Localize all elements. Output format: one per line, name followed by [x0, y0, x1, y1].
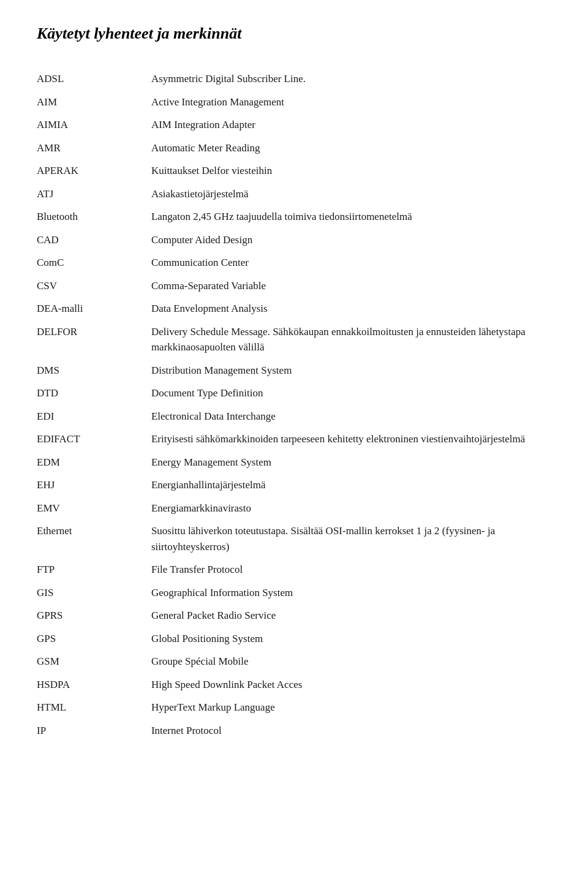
- table-row: CSVComma-Separated Variable: [37, 274, 551, 298]
- abbreviation-definition: Electronical Data Interchange: [151, 405, 551, 428]
- abbreviation-term: GPS: [37, 627, 151, 651]
- abbreviation-term: EHJ: [37, 474, 151, 497]
- abbreviation-term: ADSL: [37, 67, 151, 91]
- abbreviation-term: GPRS: [37, 604, 151, 627]
- abbreviation-term: IP: [37, 719, 151, 742]
- abbreviation-definition: High Speed Downlink Packet Acces: [151, 673, 551, 697]
- abbreviation-definition: Langaton 2,45 GHz taajuudella toimiva ti…: [151, 205, 551, 228]
- abbreviation-definition: File Transfer Protocol: [151, 558, 551, 581]
- abbreviation-definition: Groupe Spécial Mobile: [151, 650, 551, 673]
- abbreviation-definition: Geographical Information System: [151, 581, 551, 605]
- abbreviation-definition: Asymmetric Digital Subscriber Line.: [151, 67, 551, 91]
- abbreviation-definition: Energiamarkkinavirasto: [151, 497, 551, 520]
- table-row: AIMActive Integration Management: [37, 91, 551, 114]
- table-row: EMVEnergiamarkkinavirasto: [37, 497, 551, 520]
- table-row: DTDDocument Type Definition: [37, 382, 551, 405]
- table-row: DELFORDelivery Schedule Message. Sähköka…: [37, 320, 551, 359]
- table-row: EDMEnergy Management System: [37, 451, 551, 474]
- table-row: EthernetSuosittu lähiverkon toteutustapa…: [37, 519, 551, 558]
- abbreviation-term: AMR: [37, 137, 151, 160]
- abbreviation-term: Ethernet: [37, 519, 151, 558]
- abbreviation-term: GIS: [37, 581, 151, 605]
- table-row: ATJAsiakastietojärjestelmä: [37, 183, 551, 206]
- table-row: APERAKKuittaukset Delfor viesteihin: [37, 159, 551, 183]
- abbreviation-term: FTP: [37, 558, 151, 581]
- abbreviation-definition: General Packet Radio Service: [151, 604, 551, 627]
- abbreviation-term: HSDPA: [37, 673, 151, 697]
- table-row: ComCCommunication Center: [37, 251, 551, 274]
- table-row: CADComputer Aided Design: [37, 228, 551, 252]
- abbreviation-term: EMV: [37, 497, 151, 520]
- table-row: IPInternet Protocol: [37, 719, 551, 742]
- abbreviation-term: GSM: [37, 650, 151, 673]
- abbreviation-definition: Suosittu lähiverkon toteutustapa. Sisält…: [151, 519, 551, 558]
- abbreviation-definition: Computer Aided Design: [151, 228, 551, 252]
- table-row: AIMIAAIM Integration Adapter: [37, 113, 551, 137]
- table-row: EDIFACTErityisesti sähkömarkkinoiden tar…: [37, 428, 551, 451]
- abbreviation-term: ATJ: [37, 183, 151, 206]
- abbreviation-term: AIM: [37, 91, 151, 114]
- table-row: BluetoothLangaton 2,45 GHz taajuudella t…: [37, 205, 551, 228]
- abbreviation-definition: Energianhallintajärjestelmä: [151, 474, 551, 497]
- abbreviation-term: EDM: [37, 451, 151, 474]
- abbreviation-definition: Data Envelopment Analysis: [151, 297, 551, 320]
- abbreviation-definition: AIM Integration Adapter: [151, 113, 551, 137]
- table-row: FTPFile Transfer Protocol: [37, 558, 551, 581]
- abbreviation-definition: Delivery Schedule Message. Sähkökaupan e…: [151, 320, 551, 359]
- abbreviation-definition: Automatic Meter Reading: [151, 137, 551, 160]
- table-row: EHJEnergianhallintajärjestelmä: [37, 474, 551, 497]
- abbreviation-definition: Internet Protocol: [151, 719, 551, 742]
- abbreviation-term: EDI: [37, 405, 151, 428]
- abbreviation-definition: Communication Center: [151, 251, 551, 274]
- abbreviation-definition: Energy Management System: [151, 451, 551, 474]
- abbreviation-term: CSV: [37, 274, 151, 298]
- abbreviation-definition: HyperText Markup Language: [151, 696, 551, 719]
- table-row: ADSLAsymmetric Digital Subscriber Line.: [37, 67, 551, 91]
- table-row: GPSGlobal Positioning System: [37, 627, 551, 651]
- abbreviation-definition: Distribution Management System: [151, 359, 551, 382]
- abbreviation-definition: Global Positioning System: [151, 627, 551, 651]
- abbreviation-table: ADSLAsymmetric Digital Subscriber Line.A…: [37, 67, 551, 742]
- abbreviation-term: DTD: [37, 382, 151, 405]
- table-row: DEA-malliData Envelopment Analysis: [37, 297, 551, 320]
- table-row: DMSDistribution Management System: [37, 359, 551, 382]
- table-row: GPRSGeneral Packet Radio Service: [37, 604, 551, 627]
- abbreviation-definition: Comma-Separated Variable: [151, 274, 551, 298]
- abbreviation-term: DELFOR: [37, 320, 151, 359]
- table-row: AMRAutomatic Meter Reading: [37, 137, 551, 160]
- abbreviation-term: DMS: [37, 359, 151, 382]
- abbreviation-term: EDIFACT: [37, 428, 151, 451]
- table-row: EDIElectronical Data Interchange: [37, 405, 551, 428]
- abbreviation-term: DEA-malli: [37, 297, 151, 320]
- abbreviation-definition: Document Type Definition: [151, 382, 551, 405]
- abbreviation-definition: Asiakastietojärjestelmä: [151, 183, 551, 206]
- abbreviation-definition: Kuittaukset Delfor viesteihin: [151, 159, 551, 183]
- abbreviation-term: AIMIA: [37, 113, 151, 137]
- abbreviation-definition: Erityisesti sähkömarkkinoiden tarpeeseen…: [151, 428, 551, 451]
- abbreviation-term: CAD: [37, 228, 151, 252]
- table-row: GSMGroupe Spécial Mobile: [37, 650, 551, 673]
- abbreviation-term: ComC: [37, 251, 151, 274]
- table-row: HSDPAHigh Speed Downlink Packet Acces: [37, 673, 551, 697]
- abbreviation-term: APERAK: [37, 159, 151, 183]
- page-title: Käytetyt lyhenteet ja merkinnät: [37, 25, 551, 43]
- abbreviation-definition: Active Integration Management: [151, 91, 551, 114]
- table-row: GISGeographical Information System: [37, 581, 551, 605]
- table-row: HTMLHyperText Markup Language: [37, 696, 551, 719]
- abbreviation-term: Bluetooth: [37, 205, 151, 228]
- abbreviation-term: HTML: [37, 696, 151, 719]
